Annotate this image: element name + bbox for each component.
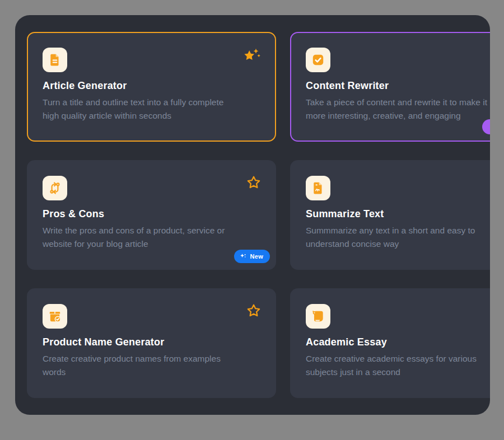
card-product-name-generator[interactable]: Product Name Generator Create creative p… [27,288,276,398]
tools-panel: Article Generator Turn a title and outli… [15,15,490,415]
article-document-icon [43,48,67,72]
card-title: Article Generator [43,80,260,92]
sparkle-icon [240,253,246,260]
card-title: Summarize Text [306,208,490,220]
card-academic-essay[interactable]: Academic Essay Create creative academic … [290,288,490,398]
card-title: Academic Essay [306,336,490,348]
card-title: Pros & Cons [43,208,260,220]
card-description: Create creative product names from examp… [43,352,260,379]
card-content-rewriter[interactable]: Content Rewriter Take a piece of content… [290,32,490,142]
summary-document-icon [306,176,330,200]
card-description: Take a piece of content and rewrite it t… [306,96,490,123]
swap-arrows-icon [43,176,67,200]
card-description: Create creative academic essays for vari… [306,352,490,379]
favorite-star-outline-icon[interactable] [244,303,262,320]
card-description: Summmarize any text in a short and easy … [306,224,490,251]
product-box-icon [43,304,67,329]
card-title: Product Name Generator [43,336,260,348]
card-description: Turn a title and outline text into a ful… [43,96,260,123]
tools-grid: Article Generator Turn a title and outli… [27,32,490,398]
card-summarize-text[interactable]: Summarize Text Summmarize any text in a … [290,160,490,270]
new-badge-label: New [250,253,263,260]
favorite-star-outline-icon[interactable] [244,175,262,191]
favorite-star-filled-icon[interactable] [242,48,260,64]
scroll-icon [306,304,330,329]
card-pros-and-cons[interactable]: Pros & Cons Write the pros and cons of a… [27,160,276,270]
new-badge: New [234,250,270,263]
card-article-generator[interactable]: Article Generator Turn a title and outli… [27,32,276,142]
purple-circle-button[interactable] [482,119,490,134]
checkbox-icon [306,48,330,72]
card-title: Content Rewriter [306,80,490,92]
card-description: Write the pros and cons of a product, se… [43,224,260,251]
